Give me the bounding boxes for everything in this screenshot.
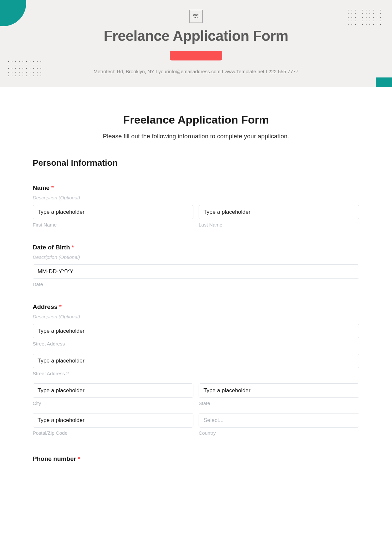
field-name: Name * Description (Optional) First Name… [33, 184, 359, 227]
address-description: Description (Optional) [33, 314, 359, 319]
form-subtitle: Please fill out the following informatio… [33, 133, 359, 140]
header-banner: YOUR LOGO Freelance Application Form Met… [0, 0, 392, 87]
form-title: Freelance Application Form [33, 113, 359, 126]
address-label: Address * [33, 303, 359, 311]
header-title: Freelance Application Form [0, 28, 392, 44]
header-accent-button[interactable] [170, 51, 222, 60]
street2-sublabel: Street Address 2 [33, 371, 359, 376]
street1-input[interactable] [33, 324, 359, 338]
last-name-sublabel: Last Name [199, 222, 359, 227]
dob-description: Description (Optional) [33, 254, 359, 260]
section-personal-info: Personal Information [33, 158, 359, 168]
city-sublabel: City [33, 400, 193, 406]
decor-dots-bottom-left [8, 61, 42, 77]
street1-sublabel: Street Address [33, 341, 359, 346]
logo-placeholder: YOUR LOGO [189, 10, 203, 23]
state-input[interactable] [199, 383, 359, 398]
name-label: Name * [33, 184, 359, 192]
city-input[interactable] [33, 383, 193, 398]
decor-circle [0, 0, 26, 26]
country-select[interactable] [199, 413, 359, 428]
name-description: Description (Optional) [33, 195, 359, 200]
dob-input[interactable] [33, 264, 359, 279]
country-sublabel: Country [199, 430, 359, 436]
decor-rect [376, 77, 392, 87]
state-sublabel: State [199, 400, 359, 406]
first-name-input[interactable] [33, 205, 193, 219]
form-container: Freelance Application Form Please fill o… [0, 87, 392, 476]
first-name-sublabel: First Name [33, 222, 193, 227]
postal-sublabel: Postal/Zip Code [33, 430, 193, 436]
field-dob: Date of Birth * Description (Optional) D… [33, 244, 359, 287]
dob-label: Date of Birth * [33, 244, 359, 251]
contact-info: Metrotech Rd, Brooklyn, NY I yourinfo@em… [0, 69, 392, 74]
last-name-input[interactable] [199, 205, 359, 219]
postal-input[interactable] [33, 413, 193, 428]
decor-dots-top-right [348, 10, 382, 26]
field-address: Address * Description (Optional) Street … [33, 303, 359, 436]
phone-label: Phone number * [33, 455, 359, 463]
dob-sublabel: Date [33, 281, 359, 287]
street2-input[interactable] [33, 354, 359, 368]
field-phone: Phone number * [33, 455, 359, 463]
